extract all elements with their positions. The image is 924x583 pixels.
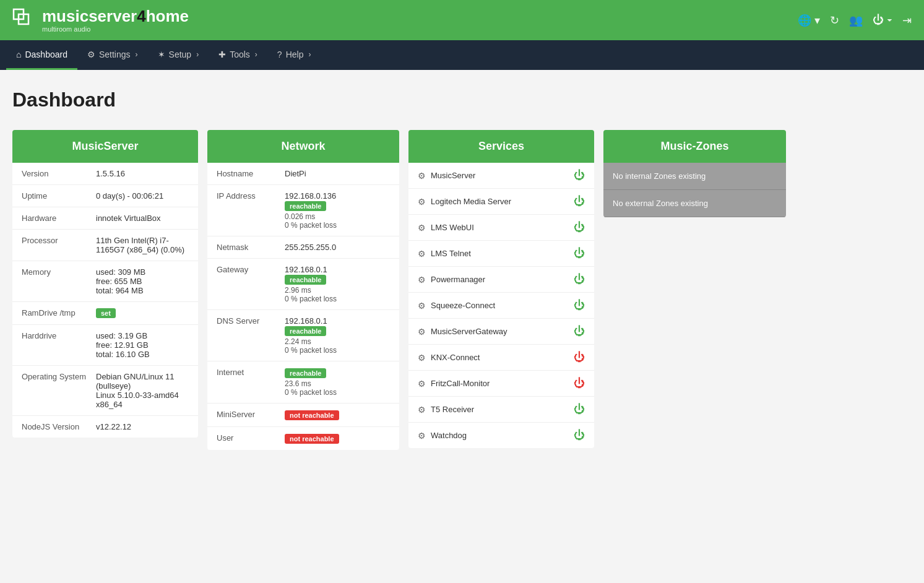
info-row-processor: Processor 11th Gen Intel(R) i7-1165G7 (x… — [12, 230, 198, 261]
home-icon: ⌂ — [16, 50, 21, 59]
net-value-gateway: 192.168.0.1 reachable 2.96 ms0 % packet … — [285, 265, 337, 303]
network-card: Network Hostname DietPi IP Address 192.1… — [207, 130, 399, 450]
refresh-icon[interactable]: ↻ — [830, 14, 839, 27]
gear-icon-fritzmon: ⚙ — [418, 379, 426, 389]
user-unreachable-badge: not reachable — [285, 434, 339, 444]
net-row-netmask: Netmask 255.255.255.0 — [207, 236, 399, 259]
header: musicserver4home multiroom audio 🌐 ▾ ↻ 👥… — [0, 0, 924, 40]
service-name-lms: Logitech Media Server — [431, 197, 569, 206]
power-button-lmswebui[interactable]: ⏻ — [574, 221, 585, 234]
gear-icon-squeeze: ⚙ — [418, 301, 426, 311]
nav-item-settings[interactable]: ⚙ Settings › — [77, 40, 148, 70]
power-button-lms[interactable]: ⏻ — [574, 195, 585, 208]
services-card-header: Services — [408, 130, 594, 163]
question-icon: ? — [277, 50, 282, 59]
power-button-powermanager[interactable]: ⏻ — [574, 273, 585, 286]
logo-sub: multiroom audio — [42, 25, 189, 33]
net-label-ip: IP Address — [217, 191, 278, 201]
net-row-ip: IP Address 192.168.0.136 reachable 0.026… — [207, 185, 399, 236]
nav-item-setup[interactable]: ✶ Setup › — [148, 40, 209, 70]
service-name-gateway: MusicServerGateway — [431, 327, 569, 336]
gear-icon-gateway: ⚙ — [418, 327, 426, 337]
ramdrive-badge: set — [96, 308, 116, 318]
service-row-lmstelnet: ⚙ LMS Telnet ⏻ — [408, 241, 594, 267]
value-processor: 11th Gen Intel(R) i7-1165G7 (x86_64) (0.… — [96, 236, 189, 254]
services-card: Services ⚙ MusicServer ⏻ ⚙ Logitech Medi… — [408, 130, 594, 448]
net-label-dns: DNS Server — [217, 316, 278, 326]
gear-icon-musicserver: ⚙ — [418, 171, 426, 181]
users-icon[interactable]: 👥 — [849, 14, 863, 27]
service-row-knx: ⚙ KNX-Connect ⏻ — [408, 345, 594, 371]
nav-item-help[interactable]: ? Help › — [267, 40, 321, 70]
service-name-lmstelnet: LMS Telnet — [431, 249, 569, 258]
network-card-header: Network — [207, 130, 399, 163]
value-hardware: innotek VirtualBox — [96, 214, 189, 223]
net-row-hostname: Hostname DietPi — [207, 163, 399, 185]
power-button-lmstelnet[interactable]: ⏻ — [574, 247, 585, 260]
gear-icon-knx: ⚙ — [418, 353, 426, 363]
net-label-hostname: Hostname — [217, 169, 278, 178]
gear-icon-watchdog: ⚙ — [418, 431, 426, 441]
nav-item-dashboard[interactable]: ⌂ Dashboard — [6, 40, 77, 70]
musicserver-card: MusicServer Version 1.5.5.16 Uptime 0 da… — [12, 130, 198, 438]
gear-icon-t5: ⚙ — [418, 405, 426, 415]
service-row-gateway: ⚙ MusicServerGateway ⏻ — [408, 319, 594, 345]
label-nodejs: NodeJS Version — [22, 422, 96, 431]
service-name-musicserver: MusicServer — [431, 171, 569, 180]
header-icons: 🌐 ▾ ↻ 👥 ⏻ ▾ ⇥ — [798, 14, 912, 27]
value-version: 1.5.5.16 — [96, 169, 189, 178]
zones-card-body: No internal Zones existing No external Z… — [603, 163, 786, 217]
nav-label-setup: Setup — [169, 50, 192, 59]
service-row-lms: ⚙ Logitech Media Server ⏻ — [408, 189, 594, 215]
value-harddrive: used: 3.19 GB free: 12.91 GB total: 16.1… — [96, 331, 189, 359]
service-row-powermanager: ⚙ Powermanager ⏻ — [408, 267, 594, 293]
power-button-musicserver[interactable]: ⏻ — [574, 169, 585, 182]
power-button-squeeze[interactable]: ⏻ — [574, 299, 585, 312]
service-name-lmswebui: LMS WebUI — [431, 223, 569, 232]
nav-item-tools[interactable]: ✚ Tools › — [209, 40, 267, 70]
page-title: Dashboard — [12, 89, 912, 111]
miniserver-unreachable-badge: not reachable — [285, 410, 339, 420]
label-uptime: Uptime — [22, 191, 96, 201]
info-row-uptime: Uptime 0 day(s) - 00:06:21 — [12, 185, 198, 207]
service-row-watchdog: ⚙ Watchdog ⏻ — [408, 423, 594, 448]
navbar: ⌂ Dashboard ⚙ Settings › ✶ Setup › ✚ Too… — [0, 40, 924, 70]
power-button-gateway[interactable]: ⏻ — [574, 325, 585, 338]
service-name-knx: KNX-Connect — [431, 353, 569, 362]
value-uptime: 0 day(s) - 00:06:21 — [96, 191, 189, 201]
net-label-gateway: Gateway — [217, 265, 278, 274]
service-row-musicserver: ⚙ MusicServer ⏻ — [408, 163, 594, 189]
gear-icon-lmswebui: ⚙ — [418, 223, 426, 233]
logo-icon — [12, 8, 37, 33]
power-button-t5[interactable]: ⏻ — [574, 403, 585, 416]
power-button-fritzmon[interactable]: ⏻ — [574, 377, 585, 390]
net-row-internet: Internet reachable 23.6 ms0 % packet los… — [207, 361, 399, 404]
zone-item-no-internal: No internal Zones existing — [603, 163, 786, 190]
net-label-miniserver: MiniServer — [217, 410, 278, 419]
gear-icon-lms: ⚙ — [418, 197, 426, 207]
power-button-watchdog[interactable]: ⏻ — [574, 429, 585, 442]
net-row-dns: DNS Server 192.168.0.1 reachable 2.24 ms… — [207, 310, 399, 361]
net-value-ip: 192.168.0.136 reachable 0.026 ms0 % pack… — [285, 191, 337, 230]
globe-icon[interactable]: 🌐 ▾ — [798, 14, 820, 27]
net-value-user: not reachable — [285, 433, 339, 444]
info-row-version: Version 1.5.5.16 — [12, 163, 198, 185]
net-value-netmask: 255.255.255.0 — [285, 243, 336, 252]
label-os: Operating System — [22, 372, 96, 381]
nav-label-dashboard: Dashboard — [25, 50, 67, 59]
power-button-knx[interactable]: ⏻ — [574, 351, 585, 364]
logo-text: musicserver4home — [42, 7, 189, 25]
service-name-fritzmon: FritzCall-Monitor — [431, 379, 569, 388]
zones-card-header: Music-Zones — [603, 130, 786, 163]
dns-reachable-badge: reachable — [285, 326, 326, 336]
info-row-hardware: Hardware innotek VirtualBox — [12, 207, 198, 230]
logout-icon[interactable]: ⇥ — [902, 14, 912, 27]
gear-icon-powermanager: ⚙ — [418, 275, 426, 285]
net-value-miniserver: not reachable — [285, 410, 339, 420]
label-ramdrive: RamDrive /tmp — [22, 308, 96, 317]
label-memory: Memory — [22, 267, 96, 277]
gear-icon-nav: ⚙ — [87, 50, 95, 59]
net-label-internet: Internet — [217, 368, 278, 377]
gear-icon-lmstelnet: ⚙ — [418, 249, 426, 259]
power-dropdown-icon[interactable]: ⏻ ▾ — [873, 14, 892, 27]
